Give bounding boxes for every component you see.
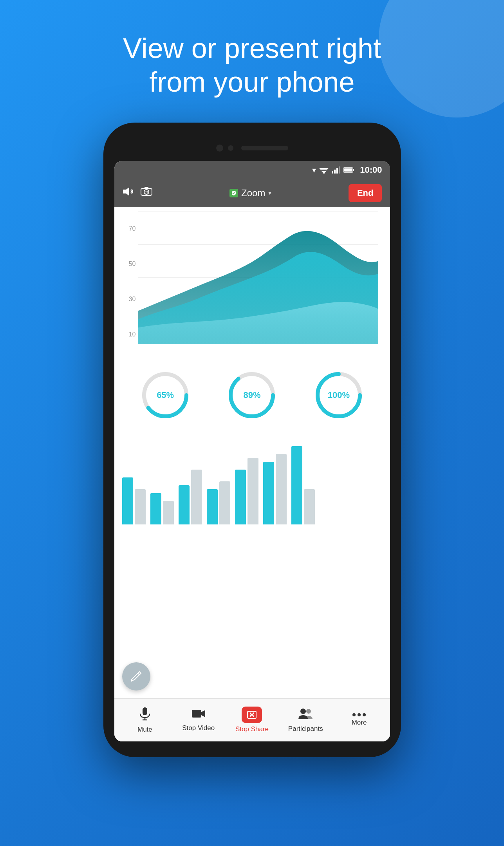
stop-share-icon — [242, 707, 262, 723]
mute-label: Mute — [137, 726, 152, 734]
more-dot-3 — [363, 713, 366, 716]
edit-fab-button[interactable] — [122, 662, 150, 691]
mute-button[interactable]: Mute — [121, 707, 168, 734]
signal-icon — [332, 166, 340, 174]
donut-3: 100% — [311, 368, 366, 423]
zoom-shield-icon — [229, 189, 238, 197]
bar-gray-1 — [135, 489, 146, 524]
bar-group-3 — [179, 470, 202, 524]
svg-rect-10 — [344, 168, 352, 172]
end-button[interactable]: End — [349, 184, 382, 202]
svg-rect-14 — [145, 187, 148, 189]
svg-line-31 — [250, 714, 254, 716]
battery-icon — [343, 167, 354, 173]
phone-notch — [114, 138, 390, 158]
chevron-down-icon: ▾ — [268, 189, 271, 197]
svg-rect-9 — [353, 169, 354, 171]
y-label-10: 10 — [129, 331, 136, 338]
svg-marker-11 — [123, 187, 129, 196]
svg-line-32 — [250, 714, 254, 716]
more-button[interactable]: More — [336, 713, 383, 727]
wifi-icon-svg — [319, 166, 329, 174]
donut-1: 65% — [138, 368, 193, 423]
bar-group-7 — [291, 446, 315, 524]
status-time: 10:00 — [360, 165, 382, 175]
speaker-grille — [241, 146, 288, 150]
meeting-bar: Zoom ▾ End — [114, 179, 390, 207]
svg-rect-26 — [143, 707, 147, 715]
more-icon — [352, 713, 366, 716]
headline: View or present right from your phone — [99, 31, 405, 99]
microphone-icon — [139, 707, 151, 723]
camera-dot — [216, 145, 223, 152]
svg-rect-4 — [332, 171, 333, 174]
svg-point-34 — [306, 709, 311, 714]
donut-value-65: 65% — [157, 390, 174, 400]
donut-2: 89% — [224, 368, 279, 423]
svg-rect-7 — [339, 166, 340, 174]
bar-chart-section — [114, 434, 390, 698]
content-area: 70 50 30 10 — [114, 207, 390, 741]
bar-gray-6 — [276, 454, 287, 524]
status-icons: ▾ 10:00 — [312, 165, 382, 175]
bar-teal-2 — [150, 493, 161, 524]
bar-teal-1 — [122, 477, 133, 524]
more-dot-1 — [352, 713, 356, 716]
more-dot-2 — [358, 713, 361, 716]
phone-screen: ▾ 10:00 — [114, 161, 390, 741]
bar-group-1 — [122, 477, 146, 524]
donut-chart-100: 100% — [311, 368, 366, 423]
bar-gray-4 — [219, 481, 230, 524]
stop-video-button[interactable]: Stop Video — [175, 708, 222, 732]
donut-chart-65: 65% — [138, 368, 193, 423]
bar-group-2 — [150, 493, 174, 524]
svg-rect-29 — [192, 710, 201, 718]
bar-group-4 — [207, 481, 230, 524]
wifi-icon: ▾ — [312, 165, 316, 175]
stop-video-label: Stop Video — [182, 724, 215, 732]
participants-label: Participants — [288, 725, 323, 733]
donut-chart-89: 89% — [224, 368, 279, 423]
y-label-70: 70 — [129, 225, 136, 232]
bar-teal-4 — [207, 489, 218, 524]
stop-share-label: Stop Share — [235, 725, 269, 733]
bar-teal-3 — [179, 485, 190, 524]
donut-value-89: 89% — [243, 390, 260, 400]
y-label-50: 50 — [129, 260, 136, 268]
headline-line1: View or present right — [123, 33, 381, 64]
donuts-section: 65% 89% — [114, 356, 390, 434]
bar-group-5 — [235, 458, 258, 524]
bar-teal-5 — [235, 470, 246, 524]
stop-share-button[interactable]: Stop Share — [228, 707, 275, 733]
bar-gray-5 — [247, 458, 258, 524]
svg-rect-5 — [334, 170, 336, 174]
bars-container — [122, 442, 382, 528]
participants-icon — [298, 707, 313, 723]
bar-teal-6 — [263, 462, 274, 524]
participants-button[interactable]: Participants — [282, 707, 329, 733]
bar-gray-3 — [191, 470, 202, 524]
more-dots — [352, 713, 366, 716]
bottom-toolbar: Mute Stop Video — [114, 698, 390, 741]
headline-line2: from your phone — [149, 66, 354, 98]
bar-teal-7 — [291, 446, 302, 524]
more-label: More — [352, 719, 367, 727]
phone-frame: ▾ 10:00 — [103, 123, 401, 757]
camera-dot-2 — [228, 145, 233, 151]
bar-gray-2 — [163, 501, 174, 524]
y-label-30: 30 — [129, 296, 136, 303]
video-icon — [191, 708, 206, 722]
area-chart-svg — [138, 211, 378, 344]
svg-point-33 — [300, 709, 306, 714]
svg-rect-6 — [336, 168, 338, 174]
status-bar: ▾ 10:00 — [114, 161, 390, 179]
chart-y-labels: 70 50 30 10 — [118, 211, 136, 352]
bar-gray-7 — [304, 489, 315, 524]
bar-group-6 — [263, 454, 287, 524]
volume-icon[interactable] — [122, 186, 134, 199]
camera-switch-icon[interactable] — [140, 186, 153, 200]
zoom-text: Zoom — [241, 188, 265, 199]
area-chart-container: 70 50 30 10 — [114, 207, 390, 356]
zoom-meeting-label[interactable]: Zoom ▾ — [229, 188, 271, 199]
svg-rect-30 — [247, 711, 256, 718]
